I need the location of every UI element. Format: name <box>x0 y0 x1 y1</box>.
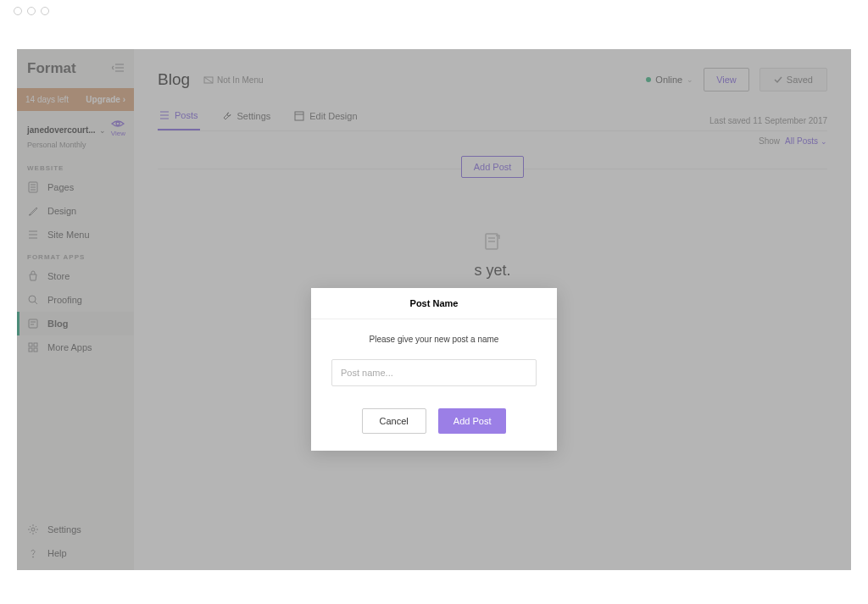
window-dot <box>27 7 36 15</box>
modal-instruction: Please give your new post a name <box>331 335 537 344</box>
window-controls <box>14 7 49 15</box>
add-post-submit-button[interactable]: Add Post <box>438 408 507 434</box>
window-dot <box>14 7 22 15</box>
window-dot <box>41 7 49 15</box>
post-name-modal: Post Name Please give your new post a na… <box>311 288 557 451</box>
modal-title: Post Name <box>311 288 557 319</box>
post-name-input[interactable] <box>331 359 537 386</box>
cancel-button[interactable]: Cancel <box>362 408 426 434</box>
